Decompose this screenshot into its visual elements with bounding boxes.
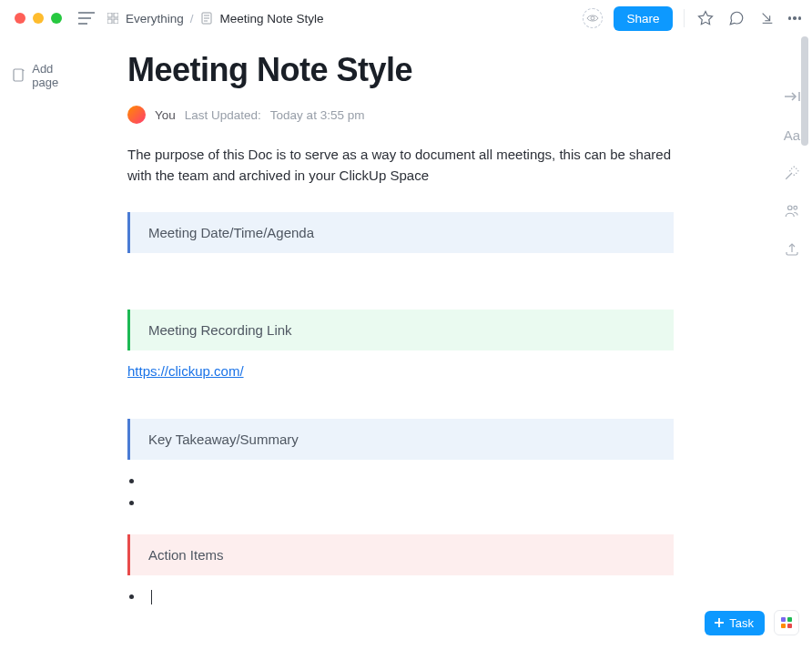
breadcrumb-current[interactable]: Meeting Note Style <box>220 12 324 25</box>
plus-icon <box>714 617 725 628</box>
close-window-button[interactable] <box>15 13 25 24</box>
author-label: You <box>155 108 176 122</box>
document-body[interactable]: Meeting Note Style You Last Updated: Tod… <box>91 36 772 650</box>
typography-button[interactable]: Aa <box>783 126 801 144</box>
svg-rect-5 <box>107 19 112 24</box>
comment-button[interactable] <box>726 8 746 28</box>
floating-actions: Task <box>705 610 799 635</box>
page-title[interactable]: Meeting Note Style <box>127 51 717 89</box>
callout-recording[interactable]: Meeting Recording Link <box>127 310 674 350</box>
apps-button[interactable] <box>774 610 799 635</box>
menu-toggle-button[interactable] <box>76 8 96 28</box>
grid-icon <box>106 12 119 25</box>
breadcrumb-separator: / <box>190 12 194 25</box>
breadcrumb-root[interactable]: Everything <box>126 12 184 25</box>
more-options-button[interactable] <box>788 16 802 20</box>
list-item[interactable] <box>144 494 717 513</box>
svg-marker-12 <box>698 12 712 25</box>
recording-link[interactable]: https://clickup.com/ <box>127 363 244 379</box>
export-icon[interactable] <box>783 240 801 259</box>
svg-point-18 <box>788 206 793 210</box>
intro-paragraph[interactable]: The purpose of this Doc is to serve as a… <box>127 144 674 187</box>
collapse-icon[interactable] <box>783 87 801 106</box>
avatar[interactable] <box>127 106 146 124</box>
add-page-label: Add page <box>32 62 80 89</box>
callout-meeting-info[interactable]: Meeting Date/Time/Agenda <box>127 212 674 253</box>
svg-point-11 <box>591 16 594 20</box>
updated-value: Today at 3:55 pm <box>270 108 365 122</box>
topbar-actions: Share <box>583 6 801 31</box>
actions-list[interactable] <box>144 588 717 606</box>
topbar: Everything / Meeting Note Style Share <box>0 0 812 36</box>
document-icon <box>200 12 214 25</box>
list-item[interactable] <box>144 472 717 491</box>
doc-meta: You Last Updated: Today at 3:55 pm <box>127 106 717 124</box>
add-page-icon <box>13 69 25 83</box>
minimize-window-button[interactable] <box>33 13 44 24</box>
sidebar: Add page <box>0 36 91 650</box>
takeaway-list[interactable] <box>144 472 717 513</box>
favorite-button[interactable] <box>695 8 716 28</box>
svg-rect-4 <box>114 13 118 17</box>
wand-icon[interactable] <box>783 164 801 182</box>
svg-rect-3 <box>107 13 112 17</box>
svg-rect-6 <box>114 19 118 24</box>
svg-line-13 <box>762 14 769 21</box>
window-controls <box>15 13 62 24</box>
divider <box>684 9 685 27</box>
updated-label: Last Updated: <box>185 108 261 122</box>
vertical-scrollbar[interactable] <box>801 36 808 146</box>
callout-actions[interactable]: Action Items <box>127 534 674 575</box>
list-item[interactable] <box>144 588 717 606</box>
download-button[interactable] <box>757 8 777 28</box>
share-button[interactable]: Share <box>614 6 672 31</box>
breadcrumb: Everything / Meeting Note Style <box>106 12 324 25</box>
svg-rect-15 <box>14 69 23 81</box>
add-page-button[interactable]: Add page <box>13 62 80 89</box>
text-cursor <box>151 590 152 604</box>
task-button-label: Task <box>729 616 754 630</box>
maximize-window-button[interactable] <box>51 13 62 24</box>
callout-takeaway[interactable]: Key Takeaway/Summary <box>127 419 674 460</box>
new-task-button[interactable]: Task <box>705 611 765 635</box>
collaborators-icon[interactable] <box>783 202 801 220</box>
svg-point-19 <box>794 206 797 209</box>
apps-icon <box>781 617 792 628</box>
visibility-button[interactable] <box>583 8 603 28</box>
